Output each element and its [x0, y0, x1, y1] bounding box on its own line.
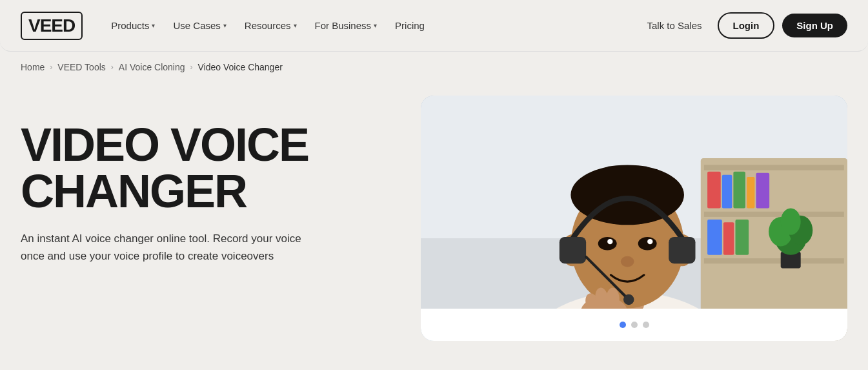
chevron-down-icon: ▾: [374, 22, 377, 29]
navbar-left: VEED Products ▾ Use Cases ▾ Resources ▾ …: [21, 12, 432, 40]
main-content: VIDEO VOICE CHANGER An instant AI voice …: [0, 83, 868, 341]
breadcrumb-video-voice-changer: Video Voice Changer: [198, 62, 283, 72]
breadcrumb: Home › VEED Tools › AI Voice Cloning › V…: [0, 52, 868, 83]
svg-rect-3: [704, 165, 844, 170]
nav-item-forbusiness[interactable]: For Business ▾: [307, 15, 385, 36]
svg-point-25: [598, 237, 617, 251]
svg-rect-6: [707, 172, 721, 209]
nav-label-products: Products: [111, 20, 149, 31]
svg-rect-12: [723, 222, 734, 255]
svg-point-26: [638, 237, 657, 251]
nav-item-products[interactable]: Products ▾: [103, 15, 163, 36]
nav-label-pricing: Pricing: [395, 20, 425, 31]
hero-description: An instant AI voice changer online tool.…: [21, 230, 318, 265]
svg-point-27: [607, 239, 612, 244]
nav-links: Products ▾ Use Cases ▾ Resources ▾ For B…: [103, 15, 432, 36]
nav-label-forbusiness: For Business: [315, 20, 372, 31]
navbar-right: Talk to Sales Login Sign Up: [639, 12, 847, 39]
chevron-down-icon: ▾: [152, 22, 155, 29]
breadcrumb-veed-tools[interactable]: VEED Tools: [57, 62, 105, 72]
dot-active: [620, 322, 626, 328]
nav-item-pricing[interactable]: Pricing: [387, 15, 432, 36]
chevron-down-icon: ▾: [294, 22, 297, 29]
breadcrumb-home[interactable]: Home: [21, 62, 45, 72]
svg-rect-10: [756, 173, 770, 209]
talk-to-sales-link[interactable]: Talk to Sales: [639, 15, 709, 36]
svg-rect-13: [735, 220, 749, 255]
dot-inactive-1: [631, 322, 638, 328]
image-bottom-bar: [421, 309, 847, 341]
svg-rect-5: [704, 258, 844, 263]
svg-rect-4: [704, 212, 844, 217]
logo[interactable]: VEED: [21, 12, 83, 40]
svg-point-28: [647, 239, 652, 244]
nav-item-usecases[interactable]: Use Cases ▾: [165, 15, 234, 36]
signup-button[interactable]: Sign Up: [782, 14, 847, 37]
navbar: VEED Products ▾ Use Cases ▾ Resources ▾ …: [0, 0, 868, 52]
svg-rect-11: [707, 220, 722, 255]
hero-title-line2: CHANGER: [21, 165, 247, 217]
hero-image: [421, 96, 847, 341]
nav-label-usecases: Use Cases: [173, 20, 220, 31]
svg-point-32: [623, 294, 634, 305]
hero-text: VIDEO VOICE CHANGER An instant AI voice …: [21, 96, 395, 265]
breadcrumb-separator-3: ›: [190, 63, 193, 72]
hero-image-container: [421, 96, 847, 341]
svg-rect-7: [722, 175, 732, 209]
chevron-down-icon: ▾: [223, 22, 227, 29]
nav-item-resources[interactable]: Resources ▾: [237, 15, 305, 36]
svg-rect-31: [669, 237, 695, 263]
svg-point-29: [621, 256, 634, 267]
hero-illustration: [421, 96, 847, 341]
breadcrumb-separator-2: ›: [111, 63, 114, 72]
hero-title-line1: VIDEO VOICE: [21, 119, 308, 170]
nav-label-resources: Resources: [245, 20, 291, 31]
svg-rect-8: [733, 172, 745, 209]
hero-title: VIDEO VOICE CHANGER: [21, 121, 395, 214]
dot-inactive-2: [643, 322, 649, 328]
svg-rect-30: [560, 237, 586, 263]
breadcrumb-separator-1: ›: [50, 63, 52, 72]
svg-point-18: [781, 209, 801, 235]
login-button[interactable]: Login: [718, 12, 775, 39]
breadcrumb-ai-voice-cloning[interactable]: AI Voice Cloning: [119, 62, 185, 72]
svg-rect-9: [747, 177, 754, 209]
